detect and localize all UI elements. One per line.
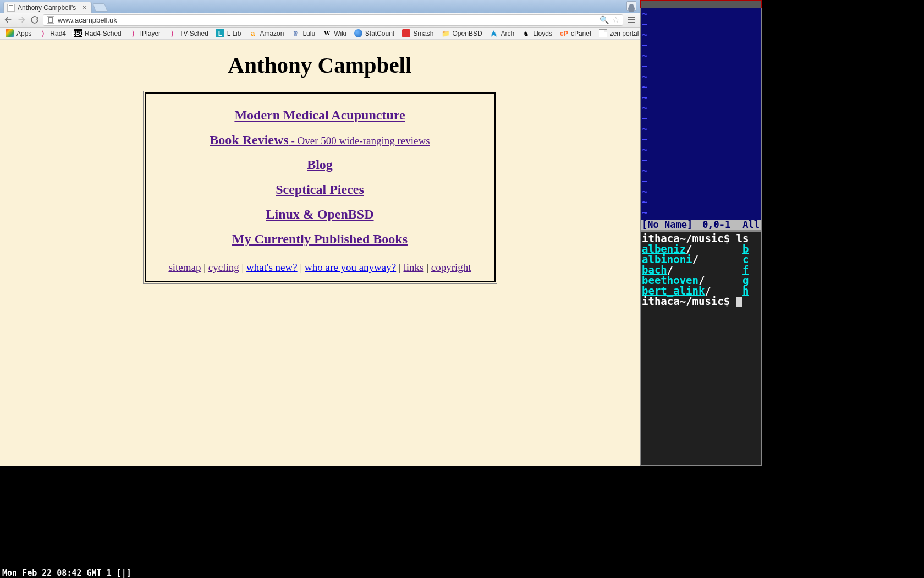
link-links[interactable]: links [403, 261, 424, 273]
address-bar[interactable]: www.acampbell.uk 🔍 ☆ [43, 14, 623, 26]
vim-scroll-pos: All [743, 220, 760, 230]
bookmark-statcount[interactable]: StatCount [351, 29, 398, 37]
vim-tilde-line: ~ [642, 134, 760, 145]
folder-icon: 📁 [442, 29, 450, 37]
profile-avatar-icon[interactable] [626, 1, 636, 11]
vim-tilde-line: ~ [642, 72, 760, 82]
chrome-browser-window: Anthony Campbell's H × www.acampbell.uk … [0, 0, 640, 466]
bookmark-rad4[interactable]: ⟩Rad4 [36, 29, 69, 37]
vim-tilde-line: ~ [642, 61, 760, 72]
vim-tilde-line: ~ [642, 92, 760, 103]
vim-tilde-line: ~ [642, 155, 760, 166]
bookmark-smash[interactable]: Smash [399, 29, 437, 37]
link-blog[interactable]: Blog [151, 157, 489, 172]
vim-tilde-line: ~ [642, 51, 760, 61]
bookmark-lulu[interactable]: ♛Lulu [288, 29, 318, 37]
bookmark-iplayer[interactable]: ⟩IPlayer [126, 29, 164, 37]
vim-tilde-line: ~ [642, 9, 760, 19]
vim-tilde-line: ~ [642, 197, 760, 208]
link-published-books[interactable]: My Currently Published Books [151, 232, 489, 247]
vim-tilde-line: ~ [642, 208, 760, 218]
wm-status-bar: Mon Feb 22 08:42 GMT 1 [|] [0, 568, 640, 578]
vim-buffer-name: [No Name] [642, 220, 692, 230]
bookmark-cpanel[interactable]: cPcPanel [557, 29, 595, 37]
bookmark-l-lib[interactable]: LL Lib [213, 29, 245, 37]
link-cycling[interactable]: cycling [208, 261, 239, 273]
link-sitemap[interactable]: sitemap [168, 261, 201, 273]
crown-icon: ♛ [292, 29, 300, 37]
link-whats-new[interactable]: what's new? [246, 261, 298, 273]
shell-terminal[interactable]: ithaca~/music$ lsalbeniz/ balbinoni/ cba… [640, 231, 762, 466]
bookmark-arch[interactable]: ⮝Arch [487, 29, 518, 37]
bookmark-star-icon[interactable]: ☆ [612, 15, 619, 25]
bookmark-rad4-sched[interactable]: BBCRad4-Sched [70, 29, 125, 37]
bookmark-openbsd[interactable]: 📁OpenBSD [438, 29, 486, 37]
bookmark-apps[interactable]: Apps [2, 29, 35, 37]
site-identity-icon[interactable] [47, 16, 54, 24]
footer-links: sitemap | cycling | what's new? | who ar… [151, 261, 489, 274]
link-linux-openbsd[interactable]: Linux & OpenBSD [151, 207, 489, 222]
main-card: Modern Medical Acupuncture Book Reviews … [145, 92, 496, 282]
vim-tilde-line: ~ [642, 40, 760, 51]
wiki-icon: W [323, 29, 331, 37]
page-viewport: Anthony Campbell Modern Medical Acupunct… [0, 40, 640, 466]
pink-icon: ⟩ [168, 29, 177, 37]
bookmark-lloyds[interactable]: ♞Lloyds [519, 29, 556, 37]
page-content: Anthony Campbell Modern Medical Acupunct… [0, 52, 640, 466]
black-icon: BBC [74, 29, 82, 37]
link-acupuncture[interactable]: Modern Medical Acupuncture [151, 108, 489, 123]
shell-prompt[interactable]: ithaca~/music$ [642, 296, 760, 307]
amazon-icon: a [249, 29, 257, 37]
tab-strip: Anthony Campbell's H × [0, 0, 640, 13]
vim-status-line: [No Name] 0,0-1 All [641, 220, 761, 230]
page-favicon-icon [7, 4, 15, 12]
apps-icon [6, 29, 14, 37]
red-icon [402, 29, 410, 37]
bookmark-wiki[interactable]: WWiki [320, 29, 350, 37]
tab-title: Anthony Campbell's H [18, 4, 78, 12]
pink-icon: ⟩ [39, 29, 47, 37]
terminal-titlebar[interactable] [640, 0, 762, 8]
vim-tilde-line: ~ [642, 145, 760, 155]
url-text: www.acampbell.uk [58, 16, 117, 24]
new-tab-button[interactable] [92, 3, 107, 12]
vim-tilde-line: ~ [642, 176, 760, 187]
pink-icon: ⟩ [129, 29, 138, 37]
vim-tilde-line: ~ [642, 19, 760, 30]
page-title: Anthony Campbell [0, 52, 640, 78]
link-book-reviews[interactable]: Book Reviews - Over 500 wide-ranging rev… [151, 133, 489, 148]
browser-tab[interactable]: Anthony Campbell's H × [3, 2, 92, 13]
vim-tilde-line: ~ [642, 103, 760, 113]
cpanel-icon: cP [560, 29, 568, 37]
link-who-are-you[interactable]: who are you anyway? [305, 261, 396, 273]
vim-terminal[interactable]: ~~~~~~~~~~~~~~~~~~~~ [No Name] 0,0-1 All [640, 0, 762, 231]
vim-cursor-pos: 0,0-1 [702, 220, 730, 230]
cursor-icon [736, 297, 743, 307]
back-button[interactable] [3, 15, 13, 25]
card-divider [155, 257, 486, 257]
vim-buffer: ~~~~~~~~~~~~~~~~~~~~ [641, 8, 761, 219]
vim-tilde-line: ~ [642, 124, 760, 134]
browser-toolbar: www.acampbell.uk 🔍 ☆ [0, 13, 640, 28]
forward-button[interactable] [16, 15, 26, 25]
file-icon [599, 29, 607, 37]
bookmarks-bar: Apps⟩Rad4BBCRad4-Sched⟩IPlayer⟩TV-SchedL… [0, 28, 640, 40]
teal-icon: L [216, 29, 224, 37]
link-sceptical[interactable]: Sceptical Pieces [151, 182, 489, 197]
vim-tilde-line: ~ [642, 82, 760, 92]
hamburger-menu-icon[interactable] [626, 15, 636, 25]
reload-button[interactable] [30, 15, 40, 25]
arch-icon: ⮝ [490, 29, 498, 37]
bookmark-tv-sched[interactable]: ⟩TV-Sched [165, 29, 212, 37]
link-copyright[interactable]: copyright [431, 261, 471, 273]
horse-icon: ♞ [522, 29, 530, 37]
vim-tilde-line: ~ [642, 187, 760, 197]
bookmark-amazon[interactable]: aAmazon [245, 29, 287, 37]
zoom-icon[interactable]: 🔍 [600, 15, 609, 24]
vim-tilde-line: ~ [642, 166, 760, 176]
bookmark-zen-portal[interactable]: zen portal [596, 29, 642, 37]
globe-icon [354, 29, 362, 37]
tab-close-icon[interactable]: × [82, 4, 87, 11]
vim-tilde-line: ~ [642, 30, 760, 40]
vim-tilde-line: ~ [642, 113, 760, 124]
